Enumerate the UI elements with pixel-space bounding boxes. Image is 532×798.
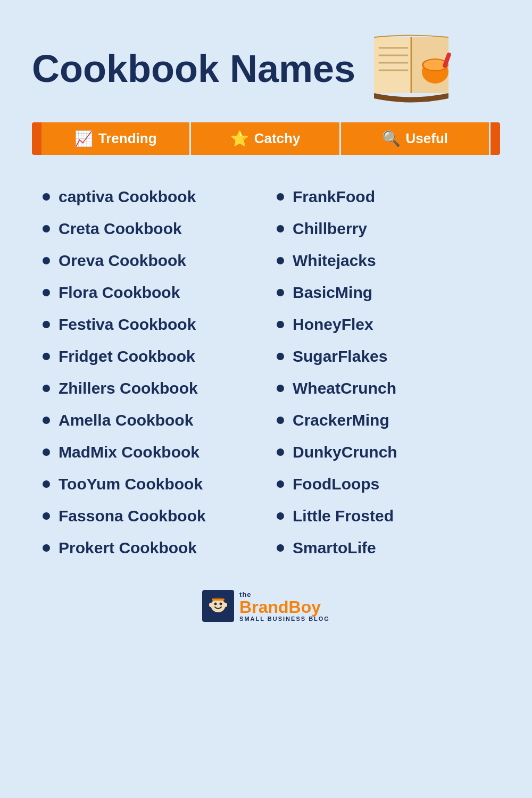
bullet-icon bbox=[43, 225, 50, 232]
book-icon bbox=[366, 32, 456, 106]
svg-point-15 bbox=[220, 603, 222, 605]
list-item-text: HoneyFlex bbox=[293, 315, 373, 334]
list-item: Amella Cookbook bbox=[43, 405, 255, 436]
list-item-text: Whitejacks bbox=[293, 252, 376, 270]
list-item: Festiva Cookbook bbox=[43, 309, 255, 340]
right-list: FrankFoodChillberryWhitejacksBasicMingHo… bbox=[277, 181, 489, 563]
tab-catchy[interactable]: ⭐ Catchy bbox=[191, 122, 340, 155]
bullet-icon bbox=[277, 448, 284, 456]
list-item: Chillberry bbox=[277, 213, 489, 244]
list-item: Fridget Cookbook bbox=[43, 341, 255, 372]
tabs-bar: 📈 Trending ⭐ Catchy 🔍 Useful bbox=[32, 122, 500, 155]
list-item-text: MadMix Cookbook bbox=[59, 443, 200, 461]
list-item: Prokert Cookbook bbox=[43, 533, 255, 563]
bullet-icon bbox=[277, 353, 284, 360]
list-item-text: FrankFood bbox=[293, 188, 375, 206]
list-item-text: Chillberry bbox=[293, 220, 367, 238]
list-item-text: SugarFlakes bbox=[293, 347, 387, 365]
bullet-icon bbox=[277, 257, 284, 264]
bullet-icon bbox=[43, 385, 50, 392]
list-item: Little Frosted bbox=[277, 501, 489, 531]
tab-trending-label: Trending bbox=[98, 130, 157, 147]
list-item: WheatCrunch bbox=[277, 373, 489, 404]
bullet-icon bbox=[277, 512, 284, 520]
list-item: Zhillers Cookbook bbox=[43, 373, 255, 404]
bullet-icon bbox=[43, 417, 50, 424]
left-list: captiva CookbookCreta CookbookOreva Cook… bbox=[43, 181, 255, 563]
bullet-icon bbox=[277, 480, 284, 488]
list-item: SugarFlakes bbox=[277, 341, 489, 372]
bullet-icon bbox=[277, 385, 284, 392]
list-item-text: Little Frosted bbox=[293, 507, 394, 525]
list-item: TooYum Cookbook bbox=[43, 469, 255, 500]
brandboy-mascot bbox=[206, 594, 230, 618]
brand-logo: the BrandBoy SMALL BUSINESS BLOG bbox=[202, 590, 330, 622]
trending-icon: 📈 bbox=[74, 130, 93, 147]
footer: the BrandBoy SMALL BUSINESS BLOG bbox=[202, 590, 330, 622]
list-item-text: Fridget Cookbook bbox=[59, 347, 195, 365]
list-item: DunkyCrunch bbox=[277, 437, 489, 468]
tab-useful-label: Useful bbox=[406, 130, 448, 147]
catchy-icon: ⭐ bbox=[230, 130, 249, 147]
bullet-icon bbox=[277, 193, 284, 201]
list-item: Whitejacks bbox=[277, 245, 489, 276]
list-item-text: DunkyCrunch bbox=[293, 443, 397, 461]
logo-brand-part1: Brand bbox=[239, 597, 288, 617]
bullet-icon bbox=[43, 448, 50, 456]
tab-useful[interactable]: 🔍 Useful bbox=[341, 122, 491, 155]
list-item-text: Zhillers Cookbook bbox=[59, 379, 198, 397]
list-item: Oreva Cookbook bbox=[43, 245, 255, 276]
bullet-icon bbox=[43, 512, 50, 520]
bullet-icon bbox=[43, 544, 50, 552]
svg-point-17 bbox=[224, 603, 227, 607]
list-item: SmartoLife bbox=[277, 533, 489, 563]
list-item-text: TooYum Cookbook bbox=[59, 475, 203, 493]
tab-right-accent bbox=[491, 122, 500, 155]
list-item-text: CrackerMing bbox=[293, 411, 389, 429]
list-item-text: Prokert Cookbook bbox=[59, 539, 197, 557]
bullet-icon bbox=[43, 353, 50, 360]
bullet-icon bbox=[43, 257, 50, 264]
bullet-icon bbox=[43, 480, 50, 488]
useful-icon: 🔍 bbox=[382, 130, 401, 147]
list-item-text: Oreva Cookbook bbox=[59, 252, 186, 270]
list-item-text: Fassona Cookbook bbox=[59, 507, 206, 525]
logo-brand-name: BrandBoy bbox=[239, 598, 321, 616]
list-item: FrankFood bbox=[277, 181, 489, 212]
bullet-icon bbox=[277, 544, 284, 552]
list-item: Fassona Cookbook bbox=[43, 501, 255, 531]
bullet-icon bbox=[43, 193, 50, 201]
list-item: HoneyFlex bbox=[277, 309, 489, 340]
page-title: Cookbook Names bbox=[32, 48, 355, 90]
list-item-text: captiva Cookbook bbox=[59, 188, 196, 206]
logo-icon-box bbox=[202, 590, 234, 622]
svg-rect-1 bbox=[374, 37, 410, 93]
bullet-icon bbox=[43, 321, 50, 328]
tab-trending[interactable]: 📈 Trending bbox=[41, 122, 191, 155]
list-item-text: Creta Cookbook bbox=[59, 220, 182, 238]
list-item: Creta Cookbook bbox=[43, 213, 255, 244]
list-item-text: SmartoLife bbox=[293, 539, 376, 557]
logo-subtitle: SMALL BUSINESS BLOG bbox=[239, 616, 330, 622]
list-item: Flora Cookbook bbox=[43, 277, 255, 308]
list-item: BasicMing bbox=[277, 277, 489, 308]
list-item-text: FoodLoops bbox=[293, 475, 379, 493]
list-item: captiva Cookbook bbox=[43, 181, 255, 212]
logo-text-block: the BrandBoy SMALL BUSINESS BLOG bbox=[239, 591, 330, 622]
header-section: Cookbook Names bbox=[32, 32, 500, 106]
list-item-text: Flora Cookbook bbox=[59, 284, 180, 302]
list-item: CrackerMing bbox=[277, 405, 489, 436]
bullet-icon bbox=[277, 417, 284, 424]
list-item: FoodLoops bbox=[277, 469, 489, 500]
list-item-text: Amella Cookbook bbox=[59, 411, 193, 429]
lists-section: captiva CookbookCreta CookbookOreva Cook… bbox=[32, 181, 500, 563]
logo-brand-part2: Boy bbox=[289, 597, 321, 617]
bullet-icon bbox=[277, 289, 284, 296]
bullet-icon bbox=[277, 321, 284, 328]
svg-point-16 bbox=[209, 603, 212, 607]
bullet-icon bbox=[277, 225, 284, 232]
tab-catchy-label: Catchy bbox=[254, 130, 301, 147]
svg-point-14 bbox=[214, 603, 217, 605]
list-item-text: WheatCrunch bbox=[293, 379, 396, 397]
bullet-icon bbox=[43, 289, 50, 296]
